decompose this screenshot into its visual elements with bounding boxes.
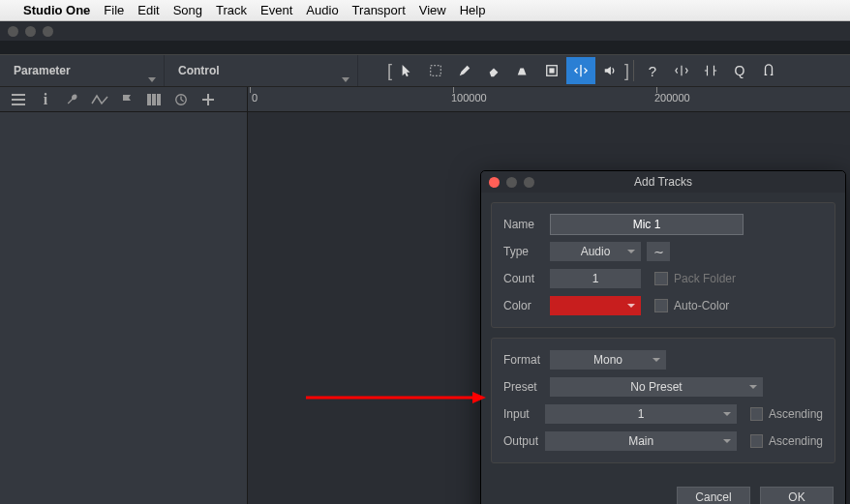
preset-label: Preset (503, 380, 550, 394)
snap-range-button[interactable] (696, 57, 725, 84)
svg-rect-2 (549, 68, 554, 73)
svg-rect-3 (147, 94, 151, 105)
output-ascending-label: Ascending (769, 434, 823, 448)
track-header-row: i 0 100000 200000 (0, 87, 850, 112)
output-value: Main (628, 434, 653, 448)
app-name[interactable]: Studio One (23, 3, 90, 17)
track-list-menu-icon[interactable] (10, 91, 27, 108)
dialog-title: Add Tracks (481, 175, 845, 189)
menu-track[interactable]: Track (216, 3, 247, 17)
ruler-mark: 100000 (451, 92, 487, 104)
window-min-dot[interactable] (25, 26, 36, 37)
bend-tool[interactable] (566, 57, 595, 84)
range-tool[interactable] (421, 57, 450, 84)
bracket-right-icon: ] (624, 61, 629, 81)
type-options-button[interactable]: ∼ (647, 242, 670, 261)
ruler-mark: 0 (252, 92, 258, 104)
count-label: Count (503, 272, 550, 285)
app-window-controls (0, 21, 850, 41)
arrow-tool[interactable] (392, 57, 421, 84)
chevron-down-icon (627, 304, 635, 308)
color-label: Color (503, 299, 550, 312)
menu-transport[interactable]: Transport (352, 3, 406, 17)
chevron-down-icon (749, 385, 757, 389)
menu-event[interactable]: Event (260, 3, 292, 17)
track-name-input[interactable] (550, 214, 744, 235)
help-button[interactable]: ? (638, 57, 667, 84)
chevron-down-icon (148, 77, 156, 82)
mute-tool[interactable] (537, 57, 566, 84)
type-value: Audio (581, 245, 611, 258)
menu-song[interactable]: Song (173, 3, 202, 17)
dialog-footer: Cancel OK (481, 483, 845, 504)
input-label: Input (503, 407, 545, 421)
menu-view[interactable]: View (419, 3, 446, 17)
output-ascending-checkbox[interactable] (750, 434, 763, 448)
preset-dropdown[interactable]: No Preset (550, 377, 763, 397)
menu-edit[interactable]: Edit (137, 3, 159, 17)
tempo-icon[interactable] (172, 91, 190, 108)
window-max-dot[interactable] (43, 26, 53, 37)
track-type-dropdown[interactable]: Audio (550, 242, 641, 261)
quantize-button[interactable]: Q (725, 57, 754, 84)
output-label: Output (503, 434, 545, 448)
format-dropdown[interactable]: Mono (550, 350, 666, 370)
chevron-down-icon (723, 412, 731, 416)
window-close-dot[interactable] (8, 26, 18, 37)
track-list-panel[interactable] (0, 112, 248, 504)
automation-icon[interactable] (91, 91, 108, 108)
input-ascending-label: Ascending (769, 407, 823, 421)
dialog-close-dot[interactable] (489, 177, 500, 188)
add-track-icon[interactable] (199, 91, 217, 108)
menu-help[interactable]: Help (460, 3, 486, 17)
parameter-label: Parameter (14, 64, 71, 77)
macro-button[interactable] (754, 57, 783, 84)
svg-rect-4 (152, 94, 156, 105)
erase-tool[interactable] (479, 57, 508, 84)
paint-tool[interactable] (508, 57, 537, 84)
cancel-button[interactable]: Cancel (677, 487, 750, 504)
automation-parameter-dropdown[interactable]: Parameter (0, 55, 165, 86)
input-dropdown[interactable]: 1 (545, 404, 737, 424)
format-label: Format (503, 353, 550, 367)
pack-folder-label: Pack Folder (674, 272, 736, 285)
draw-tool[interactable] (450, 57, 479, 84)
edit-tools-group: [ ] ? Q (387, 57, 783, 84)
listen-tool[interactable] (595, 57, 624, 84)
name-label: Name (503, 218, 550, 231)
add-tracks-dialog: Add Tracks Name Type Audio ∼ Count 1 Pac… (480, 170, 846, 504)
preset-value: No Preset (630, 380, 682, 394)
pack-folder-checkbox[interactable] (654, 272, 668, 285)
svg-rect-5 (157, 94, 161, 105)
mac-menubar: Studio One File Edit Song Track Event Au… (0, 0, 850, 21)
chevron-down-icon (653, 358, 660, 362)
dialog-titlebar[interactable]: Add Tracks (481, 171, 845, 193)
document-tab-strip (0, 41, 850, 54)
track-header-tools: i (0, 87, 248, 111)
input-value: 1 (638, 407, 645, 421)
automation-control-dropdown[interactable]: Control (165, 55, 358, 86)
menu-file[interactable]: File (104, 3, 124, 17)
info-icon[interactable]: i (37, 91, 54, 108)
dialog-min-dot (506, 177, 517, 188)
snap-bend-button[interactable] (667, 57, 696, 84)
dialog-panel-routing: Format Mono Preset No Preset Input 1 (491, 338, 835, 463)
control-label: Control (178, 64, 220, 77)
input-ascending-checkbox[interactable] (750, 407, 763, 421)
track-count-input[interactable]: 1 (550, 269, 641, 288)
menu-audio[interactable]: Audio (306, 3, 338, 17)
chevron-down-icon (342, 77, 349, 82)
timeline-ruler[interactable]: 0 100000 200000 (248, 87, 850, 111)
format-value: Mono (593, 353, 622, 367)
type-label: Type (503, 245, 550, 258)
main-toolbar: Parameter Control [ (0, 54, 850, 87)
auto-color-label: Auto-Color (674, 299, 729, 312)
flag-icon[interactable] (118, 91, 136, 108)
dialog-panel-basic: Name Type Audio ∼ Count 1 Pack Folder Co… (491, 202, 835, 328)
track-color-picker[interactable] (550, 296, 641, 315)
output-dropdown[interactable]: Main (545, 431, 737, 451)
wrench-icon[interactable] (64, 91, 81, 108)
auto-color-checkbox[interactable] (654, 299, 668, 312)
ok-button[interactable]: OK (760, 487, 834, 504)
group-icon[interactable] (145, 91, 163, 108)
